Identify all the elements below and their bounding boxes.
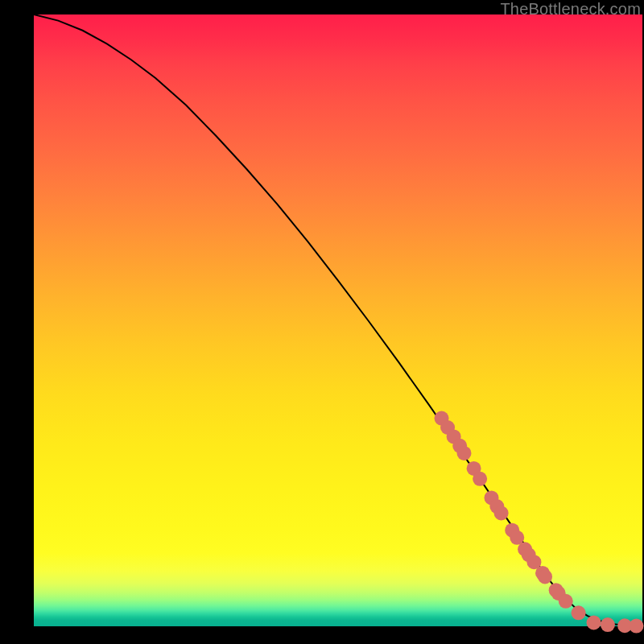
watermark-label: TheBottleneck.com: [500, 0, 641, 19]
data-marker: [559, 594, 573, 609]
data-marker: [473, 472, 487, 486]
chart-stage: TheBottleneck.com: [0, 0, 644, 644]
data-marker: [587, 615, 601, 630]
data-marker: [572, 605, 586, 620]
curve-layer: [34, 14, 642, 626]
data-marker: [538, 569, 552, 584]
plot-area: [34, 14, 642, 626]
trend-curve: [34, 14, 642, 626]
data-marker: [601, 617, 615, 632]
data-marker: [629, 619, 643, 634]
data-marker: [456, 446, 471, 460]
data-markers: [435, 411, 644, 634]
data-marker: [494, 506, 509, 520]
